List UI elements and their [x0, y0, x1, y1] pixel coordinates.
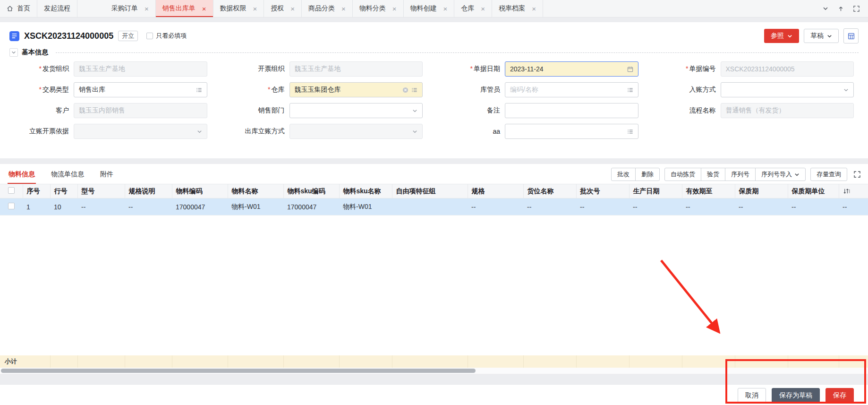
field-invoice-org: 开票组织魏玉玉生产基地 — [224, 61, 423, 77]
auto-pick-button[interactable]: 自动拣货 — [664, 168, 701, 181]
horizontal-scrollbar[interactable] — [0, 368, 868, 374]
select-all-checkbox[interactable] — [8, 187, 15, 194]
tab-product-category[interactable]: 商品分类× — [302, 0, 353, 17]
tab-close-icon[interactable]: × — [392, 5, 397, 13]
field-stock-keeper: 库管员编码/名称 — [440, 82, 638, 97]
delete-button[interactable]: 删除 — [635, 168, 660, 181]
cell-0[interactable]: 1 — [23, 198, 50, 215]
collapse-chevron-icon[interactable] — [9, 48, 18, 57]
field-sales-dept: 销售部门 — [224, 103, 423, 118]
batch-edit-button[interactable]: 批改 — [611, 168, 636, 181]
tab-close-icon[interactable]: × — [202, 5, 206, 13]
warehouse-input[interactable]: 魏玉玉集团仓库 — [289, 82, 423, 97]
cancel-button[interactable]: 取消 — [738, 388, 766, 403]
tab-close-icon[interactable]: × — [145, 5, 149, 13]
tab-authorization[interactable]: 授权× — [264, 0, 302, 17]
cell-3[interactable]: -- — [125, 198, 172, 215]
tab-close-icon[interactable]: × — [290, 5, 295, 13]
stock-keeper-input[interactable]: 编码/名称 — [505, 82, 638, 97]
tab-sales-outbound[interactable]: 销售出库单× — [156, 0, 213, 17]
cell-5[interactable]: 物料-W01 — [228, 198, 283, 215]
scrollbar-thumb[interactable] — [1, 369, 476, 373]
tab-purchase-order[interactable]: 采购订单× — [105, 0, 156, 17]
subtotal-cell — [283, 355, 339, 368]
cell-11[interactable]: -- — [576, 198, 629, 215]
customer-input: 魏玉玉内部销售 — [74, 103, 207, 118]
tab-tax-rate[interactable]: 税率档案× — [492, 0, 543, 17]
trade-type-input[interactable]: 销售出库 — [74, 82, 207, 97]
cell-14[interactable]: -- — [735, 198, 788, 215]
required-only-toggle[interactable]: 只看必填项 — [146, 32, 187, 40]
tab-close-icon[interactable]: × — [481, 5, 485, 13]
tab-material-create[interactable]: 物料创建× — [404, 0, 455, 17]
field-value: 魏玉玉集团仓库 — [295, 86, 400, 94]
fullscreen-icon[interactable] — [853, 6, 859, 12]
save-draft-button[interactable]: 保存为草稿 — [772, 388, 820, 403]
list-icon[interactable] — [627, 87, 633, 93]
tab-label: 物料分类 — [359, 4, 386, 13]
cell-1[interactable]: 10 — [50, 198, 77, 215]
column-header-1: 行号 — [50, 184, 77, 198]
table-empty-area — [0, 215, 868, 355]
tab-home[interactable]: 首页 — [0, 0, 37, 17]
cell-2[interactable]: -- — [77, 198, 125, 215]
save-button[interactable]: 保存 — [825, 388, 854, 403]
tab-warehouse[interactable]: 仓库× — [454, 0, 492, 17]
chevron-down-icon[interactable] — [843, 87, 849, 93]
layout-grid-icon-button[interactable] — [843, 28, 859, 43]
inspect-button[interactable]: 验货 — [701, 168, 725, 181]
cell-15[interactable]: -- — [788, 198, 839, 215]
cell-8[interactable] — [392, 198, 468, 215]
field-outbound-billing: 出库立账方式 — [224, 124, 423, 139]
tab-start-flow[interactable]: 发起流程 — [37, 0, 77, 17]
draft-button[interactable]: 草稿 — [804, 29, 839, 43]
detail-tab-logistics-info[interactable]: 物流单信息 — [50, 167, 85, 184]
collapse-up-icon[interactable] — [838, 6, 844, 12]
clear-icon[interactable] — [402, 87, 408, 93]
cell-7[interactable]: 物料-W01 — [339, 198, 392, 215]
tab-list-chevron-down-icon[interactable] — [823, 6, 828, 11]
list-icon[interactable] — [627, 129, 633, 135]
reference-button[interactable]: 参照 — [764, 29, 799, 43]
detail-toolbar: 批改删除自动拣货验货序列号序列号导入存量查询 — [611, 168, 860, 184]
tab-label: 采购订单 — [111, 4, 138, 13]
cell-4[interactable]: 17000047 — [172, 198, 228, 215]
sales-dept-input[interactable] — [289, 103, 423, 118]
cell-6[interactable]: 17000047 — [283, 198, 339, 215]
table-row[interactable]: 110----17000047物料-W0117000047物料-W01-----… — [0, 198, 868, 215]
detail-tabs: 物料信息物流单信息附件 — [8, 167, 114, 184]
tab-close-icon[interactable]: × — [253, 5, 257, 13]
row-checkbox[interactable] — [8, 203, 15, 209]
aa-input[interactable] — [505, 124, 638, 139]
calendar-icon[interactable] — [627, 66, 633, 72]
serial-import-button[interactable]: 序列号导入 — [755, 168, 806, 181]
detail-tab-material-info[interactable]: 物料信息 — [8, 167, 36, 184]
cell-13[interactable]: -- — [682, 198, 735, 215]
stock-query-button[interactable]: 存量查询 — [810, 168, 847, 181]
cell-10[interactable]: -- — [523, 198, 576, 215]
tab-label: 仓库 — [461, 4, 474, 13]
cell-9[interactable]: -- — [468, 198, 523, 215]
remark-input[interactable] — [505, 103, 638, 118]
column-filter-icon[interactable] — [843, 188, 865, 194]
tab-material-category[interactable]: 物料分类× — [353, 0, 404, 17]
entry-method-input[interactable] — [721, 82, 854, 97]
list-icon[interactable] — [411, 87, 417, 93]
doc-date-input[interactable]: 2023-11-24 — [505, 61, 638, 77]
detail-tab-attachment[interactable]: 附件 — [99, 167, 114, 184]
serial-number-button[interactable]: 序列号 — [725, 168, 756, 181]
list-icon[interactable] — [196, 87, 202, 93]
reference-button-label: 参照 — [771, 32, 784, 40]
tab-close-icon[interactable]: × — [532, 5, 536, 13]
field-label-sales-dept: 销售部门 — [224, 106, 289, 115]
ship-org-input: 魏玉玉生产基地 — [74, 61, 207, 77]
tab-close-icon[interactable]: × — [443, 5, 448, 13]
required-only-checkbox[interactable] — [146, 33, 153, 39]
cell-12[interactable]: -- — [629, 198, 682, 215]
cell-16[interactable]: -- — [839, 198, 868, 215]
field-label-trade-type: *交易类型 — [9, 86, 74, 94]
tab-data-permission[interactable]: 数据权限× — [213, 0, 264, 17]
chevron-down-icon[interactable] — [412, 108, 417, 113]
tab-close-icon[interactable]: × — [341, 5, 346, 13]
grid-fullscreen-icon[interactable] — [854, 171, 860, 178]
